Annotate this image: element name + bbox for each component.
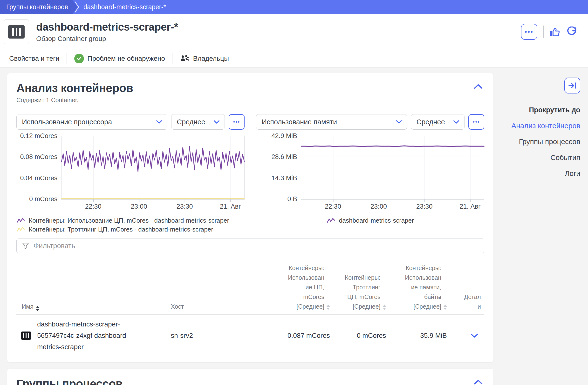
legend-cpu-throttling[interactable]: Контейнеры: Троттлинг ЦП, mCores - dashb… bbox=[16, 226, 245, 233]
scroll-link-container-analysis[interactable]: Анализ контейнеров bbox=[493, 122, 580, 130]
memory-aggregation-select-value: Среднее bbox=[417, 118, 445, 126]
column-header-host-label: Хост bbox=[171, 303, 184, 310]
memory-metric-select[interactable]: Использование памяти bbox=[256, 114, 407, 130]
thumbs-up-icon[interactable] bbox=[549, 26, 561, 37]
legend-cpu-usage[interactable]: Контейнеры: Использование ЦП, mCores - d… bbox=[16, 217, 245, 224]
row-cpu-value: 0.087 mCores bbox=[269, 332, 330, 339]
sort-icon bbox=[383, 305, 386, 310]
process-groups-title: Группы процессов bbox=[16, 377, 123, 385]
memory-metric-select-value: Использование памяти bbox=[262, 118, 337, 126]
page-title: dashboard-metrics-scraper-* bbox=[36, 21, 521, 33]
entity-tabbar: Свойства и теги Проблем не обнаружено Вл… bbox=[0, 50, 588, 67]
scroll-nav-rail: Прокрутить до Анализ контейнеров Группы … bbox=[493, 67, 588, 177]
cpu-chart-y-axis: 0.12 mCores0.08 mCores0.04 mCores0 mCore… bbox=[16, 136, 61, 199]
container-analysis-title: Анализ контейнеров bbox=[16, 81, 133, 95]
check-circle-icon bbox=[74, 54, 84, 63]
memory-chart-x-axis: 22:3023:0023:3021. Авг bbox=[301, 199, 484, 211]
cpu-aggregation-select[interactable]: Среднее bbox=[171, 114, 225, 130]
row-container-name: dashboard-metrics-scraper- 5657497c4c-z4… bbox=[37, 319, 128, 352]
chevron-down-icon bbox=[453, 120, 460, 124]
column-header-details-label: Детал и bbox=[464, 293, 481, 310]
memory-chart-plot bbox=[301, 136, 484, 199]
process-groups-card: Группы процессов Содержит 1 Группа проце… bbox=[7, 369, 493, 385]
legend-cpu-usage-label: Контейнеры: Использование ЦП, mCores - d… bbox=[29, 217, 229, 224]
column-header-name-label: Имя bbox=[22, 302, 34, 311]
filter-input[interactable] bbox=[34, 242, 479, 250]
scroll-link-events[interactable]: События bbox=[493, 154, 580, 162]
container-analysis-subtitle: Содержит 1 Container. bbox=[16, 96, 133, 104]
chevron-down-icon bbox=[156, 120, 162, 124]
tab-properties-and-tags[interactable]: Свойства и теги bbox=[9, 55, 59, 62]
cpu-metric-select-value: Использование процессора bbox=[22, 118, 112, 126]
collapse-section-button[interactable] bbox=[472, 378, 484, 385]
chevron-down-icon bbox=[213, 120, 220, 124]
collapse-rail-button[interactable] bbox=[564, 77, 580, 94]
page-subtitle: Обзор Container group bbox=[36, 35, 521, 43]
column-header-cpu[interactable]: Контейнеры: Использован ие ЦП, mCores [С… bbox=[269, 263, 330, 311]
memory-chart-y-axis: 42.9 MiB28.6 MiB14.3 MiB0 B bbox=[256, 136, 301, 199]
row-throttling-value: 0 mCores bbox=[330, 332, 386, 339]
legend-cpu-throttling-label: Контейнеры: Троттлинг ЦП, mCores - dashb… bbox=[29, 226, 213, 233]
breadcrumb-current-label: dashboard-metrics-scraper-* bbox=[84, 3, 166, 11]
actions-divider bbox=[543, 25, 544, 38]
tab-properties-label: Свойства и теги bbox=[9, 55, 59, 62]
column-header-throttling[interactable]: Контейнеры: Троттлинг ЦП, mCores [Средне… bbox=[330, 273, 386, 311]
refresh-icon[interactable] bbox=[566, 26, 577, 37]
breadcrumb-label: Группы контейнеров bbox=[6, 3, 68, 11]
breadcrumb-current[interactable]: dashboard-metrics-scraper-* bbox=[84, 0, 166, 14]
scroll-link-process-groups[interactable]: Группы процессов bbox=[493, 137, 580, 146]
cpu-chart-legend: Контейнеры: Использование ЦП, mCores - d… bbox=[16, 215, 245, 233]
column-header-throttling-label: Контейнеры: Троттлинг ЦП, mCores [Средне… bbox=[345, 273, 380, 311]
container-group-icon bbox=[4, 19, 29, 44]
memory-aggregation-select[interactable]: Среднее bbox=[411, 114, 464, 130]
breadcrumb: Группы контейнеров dashboard-metrics-scr… bbox=[0, 0, 588, 14]
row-memory-value: 35.9 MiB bbox=[386, 332, 447, 339]
sort-icon bbox=[36, 306, 39, 311]
owners-icon bbox=[180, 55, 189, 63]
line-series-icon bbox=[327, 218, 335, 224]
sort-icon bbox=[443, 305, 447, 310]
column-header-memory-label: Контейнеры: Использован ие памяти, байты… bbox=[405, 263, 441, 311]
tab-divider bbox=[172, 53, 173, 64]
row-host: sn-srv2 bbox=[171, 332, 269, 339]
legend-memory-usage-label: dashboard-metrics-scraper bbox=[339, 217, 414, 224]
filter-icon bbox=[22, 242, 29, 249]
tab-problems[interactable]: Проблем не обнаружено bbox=[74, 54, 165, 63]
collapse-section-button[interactable] bbox=[472, 82, 484, 91]
memory-usage-chart: 42.9 MiB28.6 MiB14.3 MiB0 B 22:3023:0023… bbox=[256, 136, 484, 211]
container-analysis-card: Анализ контейнеров Содержит 1 Container.… bbox=[7, 73, 493, 362]
cpu-aggregation-select-value: Среднее bbox=[177, 118, 205, 126]
cpu-chart-plot bbox=[61, 136, 245, 199]
more-actions-button[interactable]: ••• bbox=[521, 24, 537, 40]
cpu-chart-x-axis: 22:3023:0023:3021. Авг bbox=[61, 199, 245, 211]
cpu-metric-select[interactable]: Использование процессора bbox=[16, 114, 167, 130]
filter-box bbox=[16, 238, 484, 253]
line-series-icon bbox=[16, 218, 25, 224]
cpu-chart-more-button[interactable]: ••• bbox=[229, 114, 245, 130]
entity-header: dashboard-metrics-scraper-* Обзор Contai… bbox=[0, 14, 588, 50]
legend-memory-usage[interactable]: dashboard-metrics-scraper bbox=[327, 217, 414, 224]
sort-icon bbox=[327, 305, 330, 310]
line-series-icon bbox=[16, 227, 25, 233]
tab-owners-label: Владельцы bbox=[193, 55, 229, 62]
column-header-host[interactable]: Хост bbox=[171, 302, 269, 311]
tab-owners[interactable]: Владельцы bbox=[180, 55, 229, 63]
container-icon bbox=[21, 331, 31, 340]
table-row: dashboard-metrics-scraper- 5657497c4c-z4… bbox=[16, 315, 484, 359]
column-header-details: Детал и bbox=[447, 282, 484, 311]
row-expand-chevron-icon[interactable] bbox=[470, 333, 479, 338]
chevron-down-icon bbox=[396, 120, 402, 124]
tab-divider bbox=[66, 53, 67, 64]
scroll-link-logs[interactable]: Логи bbox=[493, 169, 580, 177]
containers-table-header: Имя Хост Контейнеры: Использован ие ЦП, … bbox=[16, 263, 484, 315]
column-header-memory[interactable]: Контейнеры: Использован ие памяти, байты… bbox=[386, 263, 447, 311]
containers-table: Имя Хост Контейнеры: Использован ие ЦП, … bbox=[16, 263, 484, 359]
tab-problems-label: Проблем не обнаружено bbox=[87, 55, 165, 62]
column-header-cpu-label: Контейнеры: Использован ие ЦП, mCores [С… bbox=[288, 263, 324, 311]
memory-chart-legend: dashboard-metrics-scraper bbox=[256, 215, 484, 233]
cpu-usage-chart: 0.12 mCores0.08 mCores0.04 mCores0 mCore… bbox=[16, 136, 245, 211]
column-header-name[interactable]: Имя bbox=[16, 302, 171, 311]
scroll-nav-title: Прокрутить до bbox=[493, 106, 580, 114]
breadcrumb-container-groups[interactable]: Группы контейнеров bbox=[0, 0, 78, 14]
memory-chart-more-button[interactable]: ••• bbox=[468, 114, 484, 130]
